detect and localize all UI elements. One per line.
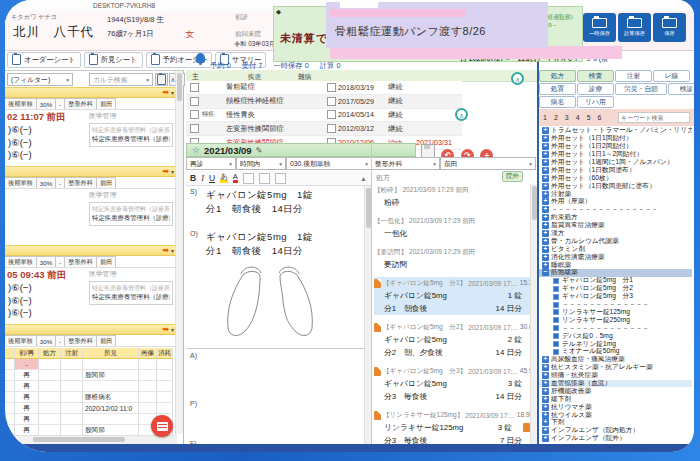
highlight-color-button[interactable]: あ: [220, 173, 228, 183]
tree-node-icon[interactable]: [542, 246, 549, 253]
collapse-panel-icon[interactable]: ∧: [511, 72, 524, 85]
page-number[interactable]: 4: [576, 114, 580, 121]
toolbar-button[interactable]: 所見シート: [84, 52, 143, 68]
tree-node-icon[interactable]: [553, 341, 559, 347]
main-checkbox[interactable]: [190, 124, 199, 133]
rate-tab[interactable]: 30%: [37, 335, 56, 346]
table-row[interactable]: -: [5, 359, 177, 370]
tree-item[interactable]: ギャバロン錠5mg 分3: [539, 293, 692, 301]
rate-tab[interactable]: 30%: [37, 98, 56, 109]
tree-item[interactable]: 外用（座薬）: [539, 198, 692, 206]
tree-node-icon[interactable]: [542, 230, 549, 237]
disease-row[interactable]: 頸椎症性神経根症 2017/05/29 継続: [186, 95, 462, 109]
tree-node-icon[interactable]: [542, 364, 549, 371]
tree-item[interactable]: －－－－－－－－－－－－－: [539, 301, 692, 309]
tree-node-icon[interactable]: [542, 372, 549, 379]
chevron-down-icon[interactable]: ▾: [171, 247, 174, 254]
font-color-button[interactable]: A: [233, 173, 238, 183]
karte-entry[interactable]: ➡ ▾ 後期単独 30% - 整形外科 前田 05 09:43 前田 )⑥(−)…: [5, 245, 177, 324]
arrow-right-icon[interactable]: ➡: [162, 247, 169, 255]
tree-item[interactable]: インフルエンザ（院外）: [539, 435, 692, 443]
tree-item[interactable]: リンラキサー錠125mg: [539, 308, 692, 316]
order-tab[interactable]: 注射: [615, 70, 652, 82]
order-tab[interactable]: 検査: [577, 70, 614, 82]
tree-item[interactable]: ミオナール錠50mg: [539, 348, 692, 356]
chevron-down-icon[interactable]: ▾: [171, 326, 174, 333]
tree-item[interactable]: デパス錠0．5mg: [539, 332, 692, 340]
disease-row[interactable]: 特疾 慢性胃炎 2014/05/14 継続: [186, 109, 462, 123]
tree-item[interactable]: リンラキサー錠250mg: [539, 316, 692, 324]
tree-item[interactable]: 消化性潰瘍治療薬: [539, 253, 692, 261]
insert-grid-icon[interactable]: [275, 173, 286, 184]
rx-order-block[interactable]: 【ギャバロン錠5mg 分1】 2021/03/09 17:... 15.3円 ギ…: [374, 277, 530, 315]
dash-tab[interactable]: -: [56, 256, 65, 267]
arrow-right-icon[interactable]: ➡: [162, 326, 169, 334]
tree-node-icon[interactable]: [542, 435, 549, 442]
page-number[interactable]: 6: [598, 114, 602, 121]
tree-node-icon[interactable]: [542, 269, 549, 276]
counter[interactable]: 受付 7: [242, 61, 265, 70]
table-row[interactable]: 再: [5, 381, 177, 392]
tree-item[interactable]: 脂質異常症治療薬: [539, 222, 692, 230]
tree-node-icon[interactable]: [542, 238, 549, 245]
table-row[interactable]: 再 股関節: [5, 370, 177, 381]
tree-item[interactable]: 緩下剤: [539, 395, 692, 403]
bell-icon[interactable]: [196, 53, 205, 63]
main-checkbox[interactable]: [190, 97, 199, 106]
tree-item[interactable]: インフルエンザ（院内処方）: [539, 427, 692, 435]
dash-tab[interactable]: -: [56, 335, 65, 346]
table-row[interactable]: 再 腰椎病名: [5, 392, 177, 403]
tree-node-icon[interactable]: [553, 278, 559, 284]
main-checkbox[interactable]: [190, 83, 199, 92]
collapse-toolbar-icon[interactable]: ▲: [360, 175, 367, 182]
department-tab[interactable]: 整形外科: [65, 177, 97, 188]
department-dropdown[interactable]: 整形外科 ▾: [371, 157, 440, 170]
karte-entry-header-bar[interactable]: ➡ ▾: [5, 324, 177, 335]
karte-entry-header-bar[interactable]: ➡ ▾: [5, 245, 177, 256]
department-tab[interactable]: 整形外科: [65, 335, 97, 346]
tree-item[interactable]: ビタミン剤: [539, 245, 692, 253]
underline-button[interactable]: U: [209, 173, 215, 183]
rx-order-block[interactable]: 【ギャバロン錠5mg 分3】 2021/03/09 17:... 45.9円 ギ…: [374, 365, 530, 403]
tree-node-icon[interactable]: [553, 349, 559, 355]
scroll-top-icon[interactable]: ∧: [455, 108, 468, 121]
tree-item[interactable]: －－－－－－－－－－－－－: [539, 324, 692, 332]
order-tab[interactable]: レ線: [653, 70, 690, 82]
tree-node-icon[interactable]: [542, 159, 549, 166]
save-button[interactable]: 一時保存: [583, 13, 616, 42]
bold-button[interactable]: B: [190, 173, 196, 183]
tree-node-icon[interactable]: [542, 254, 549, 261]
tree-node-icon[interactable]: [542, 419, 549, 426]
save-disk-icon[interactable]: [421, 144, 435, 158]
toolbar-button[interactable]: オーダーシート: [7, 52, 81, 68]
tree-node-icon[interactable]: [542, 175, 549, 182]
order-tab[interactable]: 労災・自賠: [615, 83, 667, 95]
alert-calendar-icon[interactable]: [151, 415, 173, 437]
tree-node-icon[interactable]: [542, 396, 549, 403]
tree-item[interactable]: テルネリン錠1mg: [539, 340, 692, 348]
left-horizontal-scrollbar[interactable]: [5, 435, 177, 444]
left-vertical-scrollbar[interactable]: [175, 71, 183, 434]
rate-tab[interactable]: 30%: [37, 256, 56, 267]
disease-row[interactable]: 骨粗鬆症 2018/03/19 継続: [186, 81, 462, 95]
sticky-note-popup[interactable]: 骨粗鬆症運動パンフ渡す8/26: [326, 2, 548, 48]
tree-item[interactable]: 外用セット（1日2回貼付）: [539, 143, 692, 151]
karte-entry-header-bar[interactable]: ➡ ▾: [5, 87, 177, 98]
karte-entry[interactable]: ➡ ▾ 後期単独 30% - 整形外科 前田 医学管理: [5, 166, 177, 245]
insert-image-icon[interactable]: [259, 173, 270, 184]
soap-editor[interactable]: S) ギャバロン錠5mg 1錠 分1 朝食後 14日分 O) ギャバロン錠5mg…: [186, 186, 364, 444]
tree-item[interactable]: 頭痛・抗炎症薬: [539, 372, 692, 380]
order-tab[interactable]: 処方: [539, 70, 576, 82]
order-tab[interactable]: 診療: [577, 83, 614, 95]
tree-item[interactable]: 睡眠薬: [539, 261, 692, 269]
tree-item[interactable]: 肝機能改善薬: [539, 387, 692, 395]
arrow-right-icon[interactable]: ➡: [162, 89, 169, 97]
tree-item[interactable]: ギャバロン錠5mg 分2: [539, 285, 692, 293]
main-checkbox[interactable]: [190, 110, 199, 119]
tree-item[interactable]: 抗ヒスタミン薬・抗アレルギー薬: [539, 364, 692, 372]
clipboard-button[interactable]: [155, 73, 168, 86]
arrow-right-icon[interactable]: ➡: [162, 168, 169, 176]
tree-item[interactable]: 漢方: [539, 230, 692, 238]
star-icon[interactable]: ☆: [192, 145, 200, 155]
insurance-tab[interactable]: 後期単独: [5, 177, 37, 188]
